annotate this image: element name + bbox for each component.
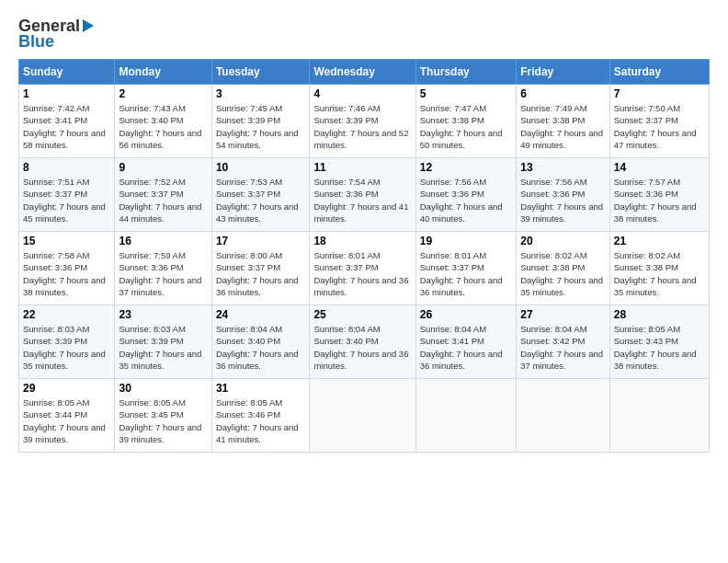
calendar-cell: 3 Sunrise: 7:45 AMSunset: 3:39 PMDayligh… — [211, 85, 310, 158]
day-info: Sunrise: 8:01 AMSunset: 3:37 PMDaylight:… — [420, 250, 503, 297]
column-header-tuesday: Tuesday — [211, 60, 310, 85]
day-number: 20 — [520, 235, 605, 247]
calendar-week-row: 15 Sunrise: 7:58 AMSunset: 3:36 PMDaylig… — [19, 232, 710, 305]
day-number: 6 — [520, 87, 605, 100]
calendar-cell: 8 Sunrise: 7:51 AMSunset: 3:37 PMDayligh… — [19, 158, 115, 232]
day-number: 12 — [420, 161, 512, 174]
column-header-sunday: Sunday — [19, 60, 115, 85]
day-info: Sunrise: 8:05 AMSunset: 3:43 PMDaylight:… — [614, 324, 697, 371]
day-number: 21 — [614, 235, 705, 247]
calendar-cell: 10 Sunrise: 7:53 AMSunset: 3:37 PMDaylig… — [211, 158, 310, 232]
calendar-cell: 17 Sunrise: 8:00 AMSunset: 3:37 PMDaylig… — [211, 232, 310, 305]
day-number: 3 — [216, 87, 306, 100]
calendar-cell: 21 Sunrise: 8:02 AMSunset: 3:38 PMDaylig… — [609, 232, 709, 305]
day-number: 7 — [614, 87, 705, 100]
day-number: 24 — [216, 308, 306, 321]
day-number: 25 — [313, 308, 411, 321]
day-info: Sunrise: 8:04 AMSunset: 3:41 PMDaylight:… — [420, 324, 503, 371]
day-info: Sunrise: 8:03 AMSunset: 3:39 PMDaylight:… — [119, 324, 201, 371]
day-info: Sunrise: 8:05 AMSunset: 3:46 PMDaylight:… — [216, 397, 299, 444]
day-info: Sunrise: 8:02 AMSunset: 3:38 PMDaylight:… — [614, 250, 697, 297]
page: General Blue SundayMondayTuesdayWednesda… — [0, 0, 728, 462]
day-info: Sunrise: 8:04 AMSunset: 3:42 PMDaylight:… — [520, 324, 603, 371]
day-number: 1 — [23, 87, 110, 100]
day-info: Sunrise: 8:05 AMSunset: 3:45 PMDaylight:… — [119, 397, 201, 444]
column-header-thursday: Thursday — [415, 60, 516, 85]
calendar-cell — [609, 379, 709, 453]
day-info: Sunrise: 8:02 AMSunset: 3:38 PMDaylight:… — [520, 250, 603, 297]
day-number: 10 — [216, 161, 306, 174]
calendar-cell: 26 Sunrise: 8:04 AMSunset: 3:41 PMDaylig… — [415, 305, 516, 379]
calendar-cell: 7 Sunrise: 7:50 AMSunset: 3:37 PMDayligh… — [609, 85, 709, 158]
day-number: 30 — [119, 382, 207, 395]
calendar-week-row: 29 Sunrise: 8:05 AMSunset: 3:44 PMDaylig… — [19, 379, 710, 453]
calendar-cell — [310, 379, 415, 453]
calendar-header-row: SundayMondayTuesdayWednesdayThursdayFrid… — [19, 60, 710, 85]
day-info: Sunrise: 8:00 AMSunset: 3:37 PMDaylight:… — [216, 250, 299, 297]
day-number: 14 — [614, 161, 705, 174]
calendar-cell: 18 Sunrise: 8:01 AMSunset: 3:37 PMDaylig… — [310, 232, 415, 305]
day-info: Sunrise: 7:52 AMSunset: 3:37 PMDaylight:… — [119, 177, 201, 224]
calendar-week-row: 1 Sunrise: 7:42 AMSunset: 3:41 PMDayligh… — [19, 85, 710, 158]
day-info: Sunrise: 7:50 AMSunset: 3:37 PMDaylight:… — [614, 103, 697, 150]
logo-blue: Blue — [18, 32, 54, 52]
calendar-cell: 23 Sunrise: 8:03 AMSunset: 3:39 PMDaylig… — [115, 305, 211, 379]
day-number: 19 — [420, 235, 512, 247]
day-number: 15 — [23, 235, 110, 247]
day-info: Sunrise: 8:01 AMSunset: 3:37 PMDaylight:… — [313, 250, 408, 297]
column-header-monday: Monday — [115, 60, 211, 85]
calendar-cell: 4 Sunrise: 7:46 AMSunset: 3:39 PMDayligh… — [310, 85, 415, 158]
day-info: Sunrise: 8:05 AMSunset: 3:44 PMDaylight:… — [23, 397, 106, 444]
day-info: Sunrise: 7:53 AMSunset: 3:37 PMDaylight:… — [216, 177, 299, 224]
day-info: Sunrise: 7:51 AMSunset: 3:37 PMDaylight:… — [23, 177, 106, 224]
calendar-cell: 30 Sunrise: 8:05 AMSunset: 3:45 PMDaylig… — [115, 379, 211, 453]
day-info: Sunrise: 7:54 AMSunset: 3:36 PMDaylight:… — [313, 177, 408, 224]
calendar-cell: 16 Sunrise: 7:59 AMSunset: 3:36 PMDaylig… — [115, 232, 211, 305]
calendar-cell: 31 Sunrise: 8:05 AMSunset: 3:46 PMDaylig… — [211, 379, 310, 453]
calendar-cell: 1 Sunrise: 7:42 AMSunset: 3:41 PMDayligh… — [19, 85, 115, 158]
day-number: 2 — [119, 87, 207, 100]
day-number: 27 — [520, 308, 605, 321]
day-info: Sunrise: 7:45 AMSunset: 3:39 PMDaylight:… — [216, 103, 299, 150]
day-info: Sunrise: 8:04 AMSunset: 3:40 PMDaylight:… — [313, 324, 408, 371]
day-number: 18 — [313, 235, 411, 247]
calendar-cell: 9 Sunrise: 7:52 AMSunset: 3:37 PMDayligh… — [115, 158, 211, 232]
day-number: 31 — [216, 382, 306, 395]
column-header-friday: Friday — [517, 60, 609, 85]
calendar-cell: 24 Sunrise: 8:04 AMSunset: 3:40 PMDaylig… — [211, 305, 310, 379]
calendar-cell: 25 Sunrise: 8:04 AMSunset: 3:40 PMDaylig… — [310, 305, 415, 379]
day-info: Sunrise: 7:56 AMSunset: 3:36 PMDaylight:… — [420, 177, 503, 224]
day-info: Sunrise: 7:43 AMSunset: 3:40 PMDaylight:… — [119, 103, 201, 150]
calendar-cell: 14 Sunrise: 7:57 AMSunset: 3:36 PMDaylig… — [609, 158, 709, 232]
day-number: 13 — [520, 161, 605, 174]
day-number: 4 — [313, 87, 411, 100]
calendar-cell: 13 Sunrise: 7:56 AMSunset: 3:36 PMDaylig… — [517, 158, 609, 232]
day-info: Sunrise: 7:42 AMSunset: 3:41 PMDaylight:… — [23, 103, 106, 150]
day-number: 5 — [420, 87, 512, 100]
day-number: 17 — [216, 235, 306, 247]
day-info: Sunrise: 7:59 AMSunset: 3:36 PMDaylight:… — [119, 250, 201, 297]
calendar-cell: 12 Sunrise: 7:56 AMSunset: 3:36 PMDaylig… — [415, 158, 516, 232]
day-number: 9 — [119, 161, 207, 174]
calendar-cell: 20 Sunrise: 8:02 AMSunset: 3:38 PMDaylig… — [517, 232, 609, 305]
calendar-cell: 6 Sunrise: 7:49 AMSunset: 3:38 PMDayligh… — [517, 85, 609, 158]
calendar-cell: 19 Sunrise: 8:01 AMSunset: 3:37 PMDaylig… — [415, 232, 516, 305]
calendar-week-row: 8 Sunrise: 7:51 AMSunset: 3:37 PMDayligh… — [19, 158, 710, 232]
day-info: Sunrise: 7:58 AMSunset: 3:36 PMDaylight:… — [23, 250, 106, 297]
calendar-cell: 29 Sunrise: 8:05 AMSunset: 3:44 PMDaylig… — [19, 379, 115, 453]
day-info: Sunrise: 7:49 AMSunset: 3:38 PMDaylight:… — [520, 103, 603, 150]
day-number: 11 — [313, 161, 411, 174]
column-header-saturday: Saturday — [609, 60, 709, 85]
day-info: Sunrise: 7:57 AMSunset: 3:36 PMDaylight:… — [614, 177, 697, 224]
logo: General Blue — [18, 17, 94, 52]
logo-arrow-icon — [83, 19, 94, 32]
calendar-cell: 11 Sunrise: 7:54 AMSunset: 3:36 PMDaylig… — [310, 158, 415, 232]
day-number: 23 — [119, 308, 207, 321]
day-number: 22 — [23, 308, 110, 321]
day-number: 8 — [23, 161, 110, 174]
day-number: 26 — [420, 308, 512, 321]
day-info: Sunrise: 8:03 AMSunset: 3:39 PMDaylight:… — [23, 324, 106, 371]
day-number: 16 — [119, 235, 207, 247]
calendar-cell: 15 Sunrise: 7:58 AMSunset: 3:36 PMDaylig… — [19, 232, 115, 305]
calendar-cell: 22 Sunrise: 8:03 AMSunset: 3:39 PMDaylig… — [19, 305, 115, 379]
